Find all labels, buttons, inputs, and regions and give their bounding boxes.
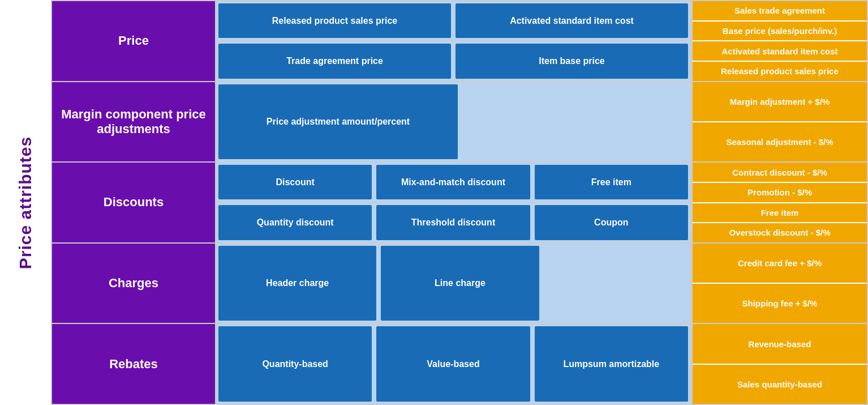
category-discounts: Discounts (52, 163, 216, 242)
right-col-margin: Margin adjustment + $/% Seasonal adjustm… (691, 82, 867, 162)
blue-cell-discounts-1-2: Coupon (535, 205, 688, 240)
mid-section-margin: Price adjustment amount/percent (216, 82, 690, 162)
right-col-rebates: Revenue-basedSales quantity-based (691, 324, 867, 404)
row-price: PriceReleased product sales priceActivat… (52, 1, 867, 82)
blue-cell-discounts-0-1: Mix-and-match discount (376, 165, 530, 199)
left-label-wrapper: Price attributes (0, 0, 51, 405)
yellow-item-charges-1: Shipping fee + $/% (693, 284, 867, 323)
blue-cell-rebates-0-2: Lumpsum amortizable (535, 326, 688, 402)
right-col-price: Sales trade agreementBase price (sales/p… (691, 1, 867, 81)
mid-section-discounts: DiscountMix-and-match discountFree itemQ… (216, 163, 690, 242)
yellow-item-price-1: Base price (sales/purch/inv.) (693, 22, 867, 42)
row-discounts: DiscountsDiscountMix-and-match discountF… (52, 163, 867, 244)
category-charges: Charges (52, 244, 216, 323)
blue-cell-rebates-0-0: Quantity-based (218, 326, 372, 402)
mid-row-price-1: Trade agreement priceItem base price (216, 41, 690, 80)
yellow-item-price-3: Released product sales price (693, 62, 867, 81)
yellow-item-discounts-2: Free item (693, 203, 867, 224)
blue-cell-margin-0-0: Price adjustment amount/percent (218, 84, 458, 160)
yellow-item-margin-1: Seasonal adjustment - $/% (693, 122, 867, 161)
row-charges: ChargesHeader chargeLine chargeCredit ca… (52, 244, 867, 325)
mid-section-price: Released product sales priceActivated st… (216, 1, 690, 81)
blue-cell-price-0-1: Activated standard item cost (456, 3, 688, 38)
category-price: Price (52, 1, 216, 81)
yellow-item-price-2: Activated standard item cost (693, 41, 867, 62)
yellow-item-rebates-1: Sales quantity-based (693, 365, 867, 404)
light-blue-margin-0 (460, 82, 690, 162)
mid-row-rebates-0: Quantity-basedValue-basedLumpsum amortiz… (216, 324, 690, 404)
blue-cell-price-0-0: Released product sales price (218, 3, 451, 38)
table-area: PriceReleased product sales priceActivat… (51, 0, 868, 405)
yellow-item-discounts-0: Contract discount - $/% (693, 163, 867, 183)
blue-cell-discounts-0-0: Discount (218, 165, 372, 199)
mid-row-discounts-0: DiscountMix-and-match discountFree item (216, 163, 690, 202)
left-label: Price attributes (16, 136, 35, 268)
light-blue-charges-0 (542, 244, 690, 323)
mid-row-margin-0: Price adjustment amount/percent (216, 82, 690, 162)
category-rebates: Rebates (52, 324, 216, 404)
mid-row-price-0: Released product sales priceActivated st… (216, 1, 690, 40)
blue-cell-discounts-0-2: Free item (535, 165, 688, 199)
blue-cell-price-1-0: Trade agreement price (218, 44, 451, 78)
row-rebates: RebatesQuantity-basedValue-basedLumpsum … (52, 324, 867, 404)
main-container: Price attributes PriceReleased product s… (0, 0, 868, 405)
blue-cell-price-1-1: Item base price (456, 44, 688, 78)
yellow-item-margin-0: Margin adjustment + $/% (693, 82, 867, 122)
category-margin: Margin component price adjustments (52, 82, 216, 162)
right-col-discounts: Contract discount - $/%Promotion - $/%Fr… (691, 163, 867, 242)
yellow-item-discounts-3: Overstock discount - $/% (693, 223, 867, 242)
yellow-item-charges-0: Credit card fee + $/% (693, 244, 867, 284)
yellow-item-discounts-1: Promotion - $/% (693, 183, 867, 203)
mid-section-charges: Header chargeLine charge (216, 244, 690, 323)
blue-cell-discounts-1-1: Threshold discount (376, 205, 530, 240)
yellow-item-rebates-0: Revenue-based (693, 324, 867, 364)
mid-row-discounts-1: Quantity discountThreshold discountCoupo… (216, 203, 690, 242)
blue-cell-charges-0-0: Header charge (218, 246, 376, 321)
blue-cell-charges-0-1: Line charge (381, 246, 539, 321)
mid-row-charges-0: Header chargeLine charge (216, 244, 690, 323)
mid-section-rebates: Quantity-basedValue-basedLumpsum amortiz… (216, 324, 690, 404)
blue-cell-rebates-0-1: Value-based (376, 326, 530, 402)
yellow-item-price-0: Sales trade agreement (693, 1, 867, 22)
right-col-charges: Credit card fee + $/%Shipping fee + $/% (691, 244, 867, 323)
row-margin: Margin component price adjustmentsPrice … (52, 82, 867, 163)
blue-cell-discounts-1-0: Quantity discount (218, 205, 372, 240)
